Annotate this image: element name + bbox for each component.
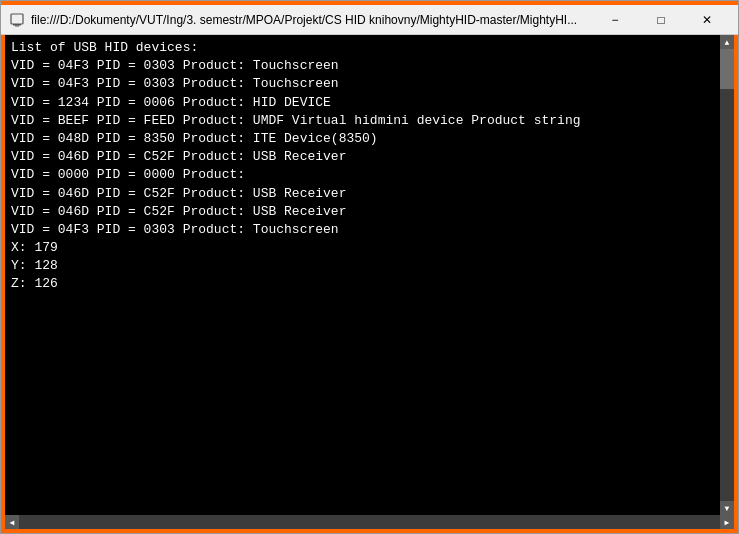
- maximize-button[interactable]: □: [638, 5, 684, 35]
- svg-rect-0: [11, 14, 23, 24]
- scrollbar-track[interactable]: [720, 49, 734, 501]
- svg-rect-2: [15, 25, 19, 26]
- inner-layout: List of USB HID devices: VID = 04F3 PID …: [5, 35, 734, 529]
- bottom-scrollbar-track[interactable]: [19, 515, 720, 529]
- scroll-left-arrow[interactable]: ◀: [5, 515, 19, 529]
- terminal-output[interactable]: List of USB HID devices: VID = 04F3 PID …: [5, 35, 720, 515]
- scrollbar-thumb[interactable]: [720, 49, 734, 89]
- app-icon: [9, 12, 25, 28]
- svg-rect-1: [13, 24, 21, 26]
- titlebar-controls: − □ ✕: [592, 5, 730, 35]
- window-border-bottom: [1, 529, 738, 533]
- main-window: file:///D:/Dokumenty/VUT/Ing/3. semestr/…: [0, 0, 739, 534]
- scroll-down-arrow[interactable]: ▼: [720, 501, 734, 515]
- minimize-button[interactable]: −: [592, 5, 638, 35]
- scroll-up-arrow[interactable]: ▲: [720, 35, 734, 49]
- scrollbar-right[interactable]: ▲ ▼: [720, 35, 734, 515]
- main-layout: List of USB HID devices: VID = 04F3 PID …: [1, 35, 738, 529]
- content-wrapper: List of USB HID devices: VID = 04F3 PID …: [5, 35, 734, 515]
- titlebar-text: file:///D:/Dokumenty/VUT/Ing/3. semestr/…: [31, 13, 592, 27]
- window-border-right: [734, 35, 738, 529]
- scroll-right-arrow[interactable]: ▶: [720, 515, 734, 529]
- bottom-scrollbar[interactable]: ◀ ▶: [5, 515, 734, 529]
- titlebar: file:///D:/Dokumenty/VUT/Ing/3. semestr/…: [1, 5, 738, 35]
- close-button[interactable]: ✕: [684, 5, 730, 35]
